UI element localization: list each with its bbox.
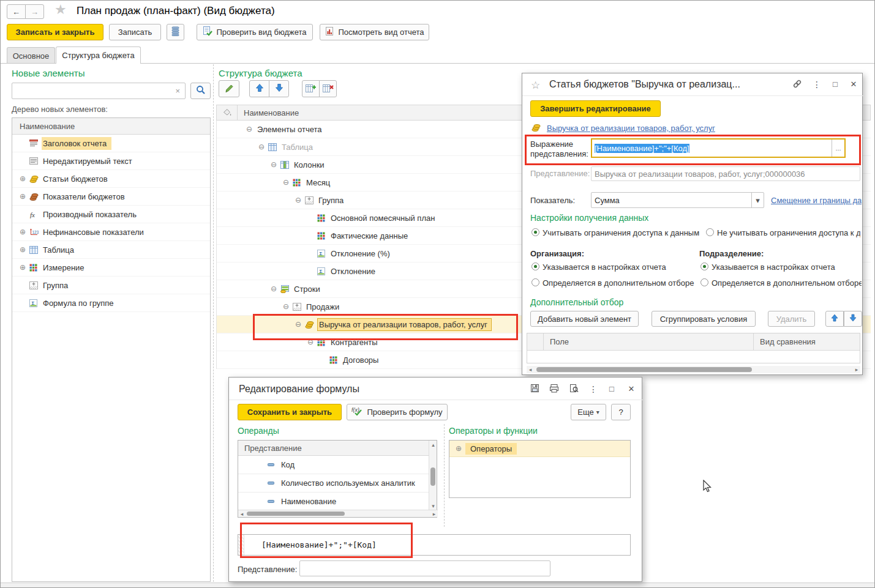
scroll-left-icon[interactable]: ◂ bbox=[239, 511, 244, 517]
left-tree-item[interactable]: Заголовок отчета bbox=[12, 135, 210, 152]
check-formula-button[interactable]: f(x) Проверить формулу bbox=[347, 404, 448, 420]
link-icon[interactable] bbox=[791, 79, 804, 91]
more-button[interactable]: Еще ▾ bbox=[571, 404, 606, 420]
search-input[interactable]: × bbox=[12, 83, 186, 99]
scroll-down-icon[interactable]: ▾ bbox=[430, 503, 436, 509]
filter-hscroll-thumb[interactable] bbox=[536, 367, 752, 372]
delete-filter-item-button[interactable]: Удалить bbox=[768, 311, 815, 327]
print-icon[interactable] bbox=[547, 384, 561, 395]
help-button[interactable]: ? bbox=[611, 404, 631, 420]
combo-dropdown-icon[interactable]: ▾ bbox=[751, 193, 764, 207]
expander-icon[interactable]: ⊕ bbox=[20, 245, 29, 254]
edit-element-button[interactable] bbox=[219, 80, 239, 97]
clear-search-icon[interactable]: × bbox=[175, 86, 180, 95]
dept-in-report-radio[interactable] bbox=[700, 262, 708, 270]
left-tree-item[interactable]: ⊕Таблица bbox=[12, 241, 210, 259]
expander-icon[interactable]: ⊖ bbox=[258, 143, 268, 151]
maximize-icon[interactable]: □ bbox=[828, 80, 842, 89]
expander-icon[interactable]: ⊖ bbox=[271, 160, 280, 169]
item-link[interactable]: Выручка от реализации товаров, работ, ус… bbox=[547, 124, 715, 133]
expander-icon[interactable]: ⊖ bbox=[271, 285, 280, 293]
expander-icon[interactable]: ⊖ bbox=[283, 178, 293, 187]
operand-row[interactable]: Наименование bbox=[238, 493, 429, 511]
more-menu-icon[interactable]: ⋮ bbox=[810, 80, 824, 89]
nav-forward-button[interactable]: → bbox=[25, 4, 44, 19]
org-in-report-radio[interactable] bbox=[531, 262, 539, 270]
check-budget-view-button[interactable]: Проверить вид бюджета bbox=[197, 24, 313, 40]
expander-icon[interactable]: ⊖ bbox=[283, 302, 293, 311]
operators-title: Операторы и функции bbox=[449, 426, 538, 436]
save-button[interactable]: Записать bbox=[109, 24, 161, 40]
left-tree-item[interactable]: fxПроизводный показатель bbox=[12, 206, 210, 223]
scroll-right-icon[interactable]: ▸ bbox=[854, 367, 859, 373]
check-document-icon bbox=[203, 26, 212, 38]
tab-main[interactable]: Основное bbox=[7, 47, 55, 64]
remove-table-element-button[interactable] bbox=[319, 80, 337, 97]
favorite-star-icon[interactable]: ★ bbox=[54, 2, 67, 18]
check-budget-view-label: Проверить вид бюджета bbox=[216, 28, 306, 37]
filter-move-down-button[interactable] bbox=[844, 311, 862, 327]
move-up-button[interactable] bbox=[249, 80, 269, 97]
operands-splitter[interactable] bbox=[444, 424, 445, 527]
expander-icon[interactable]: ⊕ bbox=[20, 228, 29, 236]
more-menu-icon[interactable]: ⋮ bbox=[587, 384, 600, 394]
operands-hscrollbar[interactable]: ◂ ▸ bbox=[238, 510, 438, 517]
search-button[interactable] bbox=[190, 83, 211, 99]
preview-icon[interactable] bbox=[567, 384, 580, 395]
left-tree-item[interactable]: ⊕Статьи бюджетов bbox=[12, 170, 210, 188]
scroll-right-icon[interactable]: ▸ bbox=[432, 511, 437, 517]
maximize-icon[interactable]: □ bbox=[605, 384, 618, 393]
operators-root-row[interactable]: ⊕ Операторы bbox=[449, 441, 630, 457]
expander-icon[interactable]: ⊕ bbox=[20, 174, 29, 183]
dept-in-filter-radio[interactable] bbox=[700, 278, 708, 286]
access-restrict-radio-on[interactable] bbox=[531, 228, 539, 236]
add-table-element-button[interactable] bbox=[302, 80, 320, 97]
scroll-left-icon[interactable]: ◂ bbox=[528, 367, 533, 373]
finish-editing-button[interactable]: Завершить редактирование bbox=[530, 100, 661, 117]
left-tree-item[interactable]: Группа bbox=[12, 277, 210, 294]
view-report-button[interactable]: Посмотреть вид отчета bbox=[320, 24, 429, 40]
expander-icon[interactable]: ⊕ bbox=[20, 263, 29, 272]
offset-bounds-link[interactable]: Смещение и границы дат bbox=[771, 196, 862, 205]
close-icon[interactable]: ✕ bbox=[847, 80, 860, 89]
close-icon[interactable]: ✕ bbox=[625, 384, 638, 393]
coins-gold-icon bbox=[29, 175, 42, 183]
left-tree-item[interactable]: Нередактируемый текст bbox=[12, 152, 210, 170]
formula-save-close-button[interactable]: Сохранить и закрыть bbox=[238, 404, 342, 420]
expander-icon[interactable]: ⊖ bbox=[295, 196, 305, 204]
panel-splitter[interactable] bbox=[213, 64, 214, 582]
operand-dash-icon bbox=[268, 500, 280, 504]
filter-col-comparison: Вид сравнения bbox=[754, 333, 860, 350]
filter-hscrollbar[interactable]: ◂ ▸ bbox=[527, 366, 860, 373]
add-filter-item-button[interactable]: Добавить новый элемент bbox=[530, 311, 639, 327]
save-icon[interactable] bbox=[528, 384, 541, 395]
arrow-up-icon bbox=[831, 314, 838, 324]
tab-budget-structure[interactable]: Структура бюджета bbox=[56, 47, 141, 64]
expander-icon[interactable]: ⊕ bbox=[20, 192, 29, 201]
expander-icon[interactable]: ⊕ bbox=[456, 444, 465, 453]
operand-row[interactable]: Код bbox=[238, 456, 429, 474]
operands-hscroll-thumb[interactable] bbox=[247, 512, 345, 516]
group-conditions-button[interactable]: Сгруппировать условия bbox=[652, 311, 756, 327]
move-down-button[interactable] bbox=[269, 80, 289, 97]
org-in-filter-radio[interactable] bbox=[531, 278, 539, 286]
department-label: Подразделение: bbox=[699, 249, 764, 258]
operands-vscroll-thumb[interactable] bbox=[430, 467, 435, 486]
expander-icon[interactable]: ⊖ bbox=[246, 125, 256, 133]
left-tree-item[interactable]: ⊕123Нефинансовые показатели bbox=[12, 223, 210, 241]
left-tree-item[interactable]: ⊕Показатели бюджетов bbox=[12, 188, 210, 206]
left-tree-item[interactable]: ΣФормула по группе bbox=[12, 294, 210, 312]
left-tree-item[interactable]: ⊕Измерение bbox=[12, 259, 210, 277]
formula-presentation-input[interactable] bbox=[299, 560, 550, 576]
scroll-up-icon[interactable]: ▴ bbox=[430, 442, 436, 448]
indicator-combobox[interactable]: Сумма ▾ bbox=[591, 192, 764, 208]
operands-vscrollbar[interactable]: ▴ ▾ bbox=[429, 441, 437, 510]
operand-row[interactable]: Количество используемых аналитик bbox=[238, 474, 429, 493]
save-close-button[interactable]: Записать и закрыть bbox=[7, 24, 103, 40]
access-restrict-radio-off[interactable] bbox=[706, 228, 714, 236]
list-tool-button[interactable] bbox=[167, 24, 184, 40]
org-in-filter-label: Определяется в дополнительном отборе bbox=[543, 278, 694, 288]
nav-back-button[interactable]: ← bbox=[7, 4, 26, 19]
star-outline-icon[interactable]: ☆ bbox=[531, 79, 540, 92]
filter-move-up-button[interactable] bbox=[825, 311, 844, 327]
